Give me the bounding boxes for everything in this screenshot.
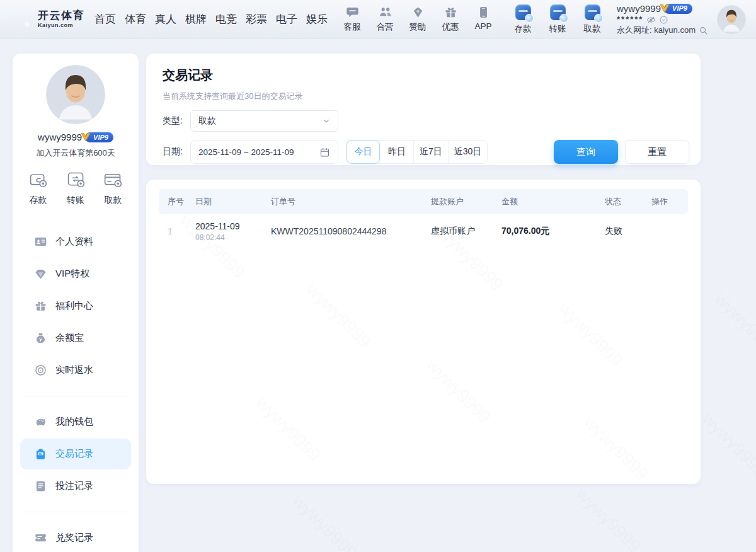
customer-service-button[interactable]: 客服 [338,6,366,33]
range-7days-button[interactable]: 近7日 [413,141,448,163]
date-range-value: 2025-11-09 ~ 2025-11-09 [198,147,294,157]
sidebar-item-transactions[interactable]: 交易记录 [20,439,131,469]
type-select[interactable]: 取款 [190,110,338,132]
row-datetime: 2025-11-09 08:02:44 [195,221,271,242]
filter-card: 交易记录 当前系统支持查询最近30日的交易记录 类型: 取款 日期: 2025-… [146,54,701,165]
divider [23,396,129,396]
promotions-button[interactable]: 优惠 [437,6,464,33]
table-header: 序号 日期 订单号 提款账户 金额 状态 操作 [159,189,688,214]
col-amount: 金额 [501,196,605,207]
sponsor-button[interactable]: 赞助 [404,6,432,33]
withdraw-quick-button[interactable]: 取款 [103,170,123,206]
vip-crest-icon [80,131,91,142]
deposit-icon [515,4,531,20]
avatar-image [46,65,105,124]
nav-lottery[interactable]: 彩票 [246,12,267,26]
sidebar-item-profile[interactable]: 个人资料 [20,226,131,257]
partners-icon [379,6,392,19]
sidebar-item-yuebao[interactable]: 余额宝 [20,323,131,354]
watermark: wywy9999 [572,484,644,552]
range-yesterday-button[interactable]: 昨日 [380,141,413,163]
sidebar-item-prizes[interactable]: 兑奖记录 [20,522,131,552]
rebate-rings-icon [34,364,47,377]
nav-sports[interactable]: 体育 [125,12,146,26]
watermark: wywy9999 [289,490,361,552]
diamond-icon [411,6,425,19]
sidebar-item-bets[interactable]: 投注记录 [20,471,131,502]
nav-esports[interactable]: 电竞 [215,12,237,26]
filter-buttons: 查询 重置 [554,140,689,164]
row-order-number: KWWT202511090802444298 [271,226,431,236]
profile-avatar[interactable] [46,65,105,124]
transfer-button[interactable]: 转账 [544,4,571,35]
calendar-icon [319,147,330,158]
membership-days: 加入开云体育第600天 [13,147,139,159]
sidebar-item-welfare[interactable]: 福利中心 [20,290,131,321]
money-bag-icon [34,331,47,345]
top-bar: 开云体育 Kaiyun.com 首页 体育 真人 棋牌 电竞 彩票 电子 娱乐 … [0,0,756,39]
row-time: 08:02:44 [195,233,271,242]
partnership-button[interactable]: 合营 [371,6,399,33]
withdraw-icon [585,4,600,20]
app-download-button[interactable]: APP [469,6,497,33]
row-account: 虚拟币账户 [431,226,501,237]
transactions-table: 序号 日期 订单号 提款账户 金额 状态 操作 1 2025-11-09 08:… [159,189,688,248]
sidebar-username: wywy9999 [38,132,82,142]
header-wallet-actions: 存款 转账 取款 [510,4,605,35]
range-30days-button[interactable]: 近30日 [448,141,488,163]
query-button[interactable]: 查询 [554,140,618,164]
sidebar-quick-actions: 存款 转账 取款 [13,170,139,206]
range-today-button[interactable]: 今日 [346,140,380,164]
backpack-icon [34,447,47,461]
vip-badge: VIP9 [664,4,692,14]
date-filter-row: 日期: 2025-11-09 ~ 2025-11-09 今日 昨日 近7日 近3… [163,140,689,164]
search-icon[interactable] [699,26,708,35]
col-date: 日期 [195,196,271,207]
watermark: wywy9999 [302,279,375,352]
nav-entertainment[interactable]: 娱乐 [306,12,328,26]
brand-logo[interactable]: 开云体育 Kaiyun.com [9,7,89,32]
gem-icon [34,267,47,280]
deposit-button[interactable]: 存款 [510,4,536,35]
row-status: 失败 [605,226,651,237]
masked-balance: ****** [617,14,643,25]
results-card: wywy9999 wywy9999 wywy9999 wywy9999 wywy… [146,180,701,484]
watermark: wywy9999 [698,408,756,481]
row-index: 1 [168,226,195,236]
user-info: wywy9999 VIP9 ****** 永久网址: kaiyun.com [617,3,708,36]
eye-off-icon[interactable] [646,15,656,25]
watermark: wywy9999 [711,289,756,361]
date-range-input[interactable]: 2025-11-09 ~ 2025-11-09 [190,140,338,164]
gift-icon [444,6,457,19]
transfer-icon [550,4,566,20]
nav-home[interactable]: 首页 [94,12,116,26]
id-card-icon [34,235,47,248]
sidebar-item-vip[interactable]: VIP特权 [20,258,131,289]
transfer-outline-icon [66,170,86,190]
transfer-quick-button[interactable]: 转账 [66,170,86,206]
kaiyun-logo-icon [9,7,34,32]
avatar-image [717,5,746,34]
chevron-down-icon [321,116,331,126]
vip-badge: VIP9 [85,132,113,142]
username: wywy9999 [617,3,661,15]
col-status: 状态 [605,196,651,207]
brand-name: 开云体育 [38,10,84,22]
sidebar-menu: 个人资料 VIP特权 福利中心 余额宝 实时返水 我的钱包 [13,226,139,552]
quick-range-group: 今日 昨日 近7日 近30日 [346,140,488,164]
nav-chess[interactable]: 棋牌 [185,12,207,26]
reset-button[interactable]: 重置 [625,140,689,164]
chevron-down-circle-icon[interactable] [659,15,668,25]
sidebar-item-rebate[interactable]: 实时返水 [20,355,131,386]
nav-slots[interactable]: 电子 [276,12,297,26]
divider [23,512,129,512]
piggy-bank-icon [34,415,47,428]
row-amount: 70,076.00元 [501,226,605,237]
main-nav: 首页 体育 真人 棋牌 电竞 彩票 电子 娱乐 [94,12,328,26]
header-avatar[interactable] [717,5,746,34]
deposit-quick-button[interactable]: 存款 [28,170,49,206]
nav-live[interactable]: 真人 [155,12,176,26]
withdraw-button[interactable]: 取款 [579,4,605,35]
sidebar: wywy9999 VIP9 加入开云体育第600天 存款 转账 取款 [13,54,139,552]
sidebar-item-wallet[interactable]: 我的钱包 [20,406,131,437]
